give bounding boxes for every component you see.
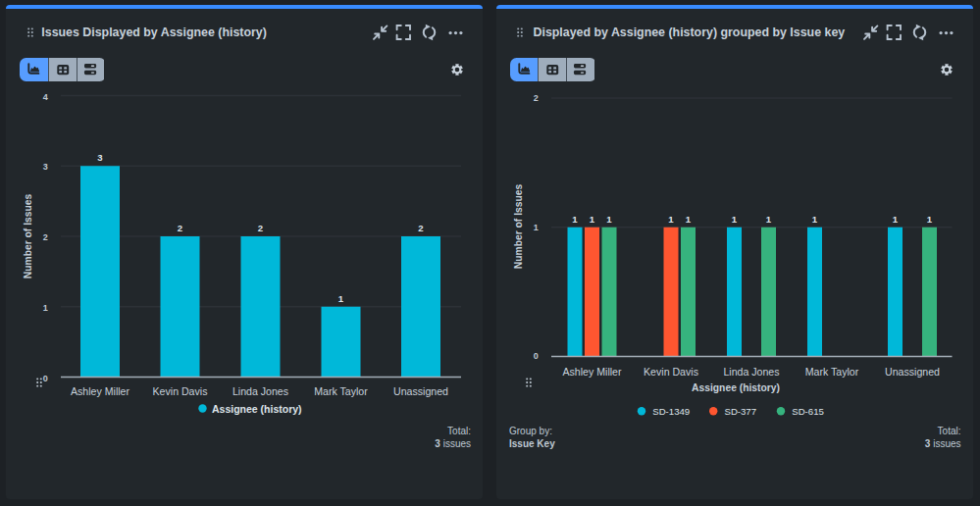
svg-text:2: 2 xyxy=(178,223,182,233)
svg-text:Ashley Miller: Ashley Miller xyxy=(562,366,622,378)
svg-text:2: 2 xyxy=(418,223,423,233)
svg-text:Kevin Davis: Kevin Davis xyxy=(644,366,698,378)
svg-text:Linda Jones: Linda Jones xyxy=(723,366,779,378)
svg-text:SD-377: SD-377 xyxy=(724,406,756,417)
svg-text:Group by:: Group by: xyxy=(509,426,552,436)
svg-text:1: 1 xyxy=(926,214,932,225)
svg-text:2: 2 xyxy=(43,232,48,242)
svg-text:Total:: Total: xyxy=(937,426,960,436)
svg-text:1: 1 xyxy=(533,223,538,232)
svg-text:SD-1349: SD-1349 xyxy=(652,406,690,417)
svg-text:1: 1 xyxy=(892,214,898,225)
svg-text:1: 1 xyxy=(606,214,612,225)
svg-text:Ashley Miller: Ashley Miller xyxy=(71,385,130,397)
svg-text:3: 3 xyxy=(43,162,48,172)
svg-text:1: 1 xyxy=(338,293,344,304)
svg-text:2: 2 xyxy=(533,93,538,103)
svg-text:1: 1 xyxy=(765,214,771,225)
svg-text:Mark Taylor: Mark Taylor xyxy=(314,385,368,397)
svg-text:1: 1 xyxy=(43,303,48,313)
svg-text:Number of Issues: Number of Issues xyxy=(513,184,524,270)
svg-text:Assignee (history): Assignee (history) xyxy=(212,403,302,415)
svg-text:1: 1 xyxy=(668,214,674,225)
svg-text:4: 4 xyxy=(43,92,48,102)
svg-text:Assignee (history): Assignee (history) xyxy=(692,382,780,393)
svg-text:3: 3 xyxy=(97,152,102,163)
svg-text:SD-615: SD-615 xyxy=(792,406,824,417)
svg-text:Linda Jones: Linda Jones xyxy=(232,385,288,397)
svg-text:1: 1 xyxy=(731,214,737,225)
svg-text:Kevin Davis: Kevin Davis xyxy=(153,385,208,397)
svg-text:3 issues: 3 issues xyxy=(435,438,471,449)
svg-text:1: 1 xyxy=(811,214,817,225)
svg-text:Mark Taylor: Mark Taylor xyxy=(804,366,858,378)
svg-text:1: 1 xyxy=(685,214,691,225)
svg-text:Issue Key: Issue Key xyxy=(509,438,555,449)
svg-text:2: 2 xyxy=(258,223,263,233)
svg-text:1: 1 xyxy=(572,214,578,225)
svg-text:1: 1 xyxy=(589,214,594,225)
svg-text:Total:: Total: xyxy=(447,426,471,436)
svg-text:Unassigned: Unassigned xyxy=(393,385,448,397)
svg-text:3 issues: 3 issues xyxy=(924,438,960,449)
svg-text:Number of Issues: Number of Issues xyxy=(23,194,33,279)
svg-text:Unassigned: Unassigned xyxy=(885,366,940,378)
svg-text:0: 0 xyxy=(533,351,538,361)
